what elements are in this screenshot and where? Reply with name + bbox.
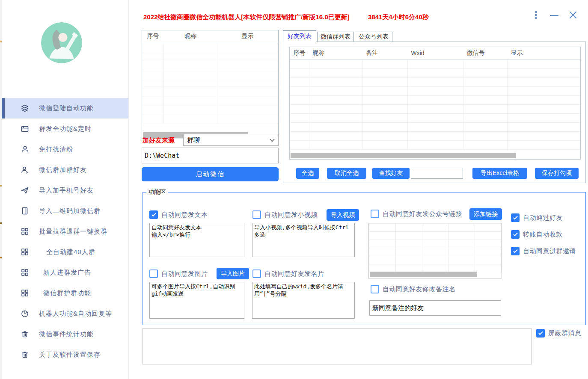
sidebar-item-wechat-login-auto[interactable]: 微信登陆自动功能: [2, 98, 128, 118]
function-area-legend: 功能区: [146, 188, 168, 196]
auto-text-checkbox[interactable]: [149, 210, 158, 219]
table-row[interactable]: [290, 59, 580, 68]
horizontal-scrollbar[interactable]: [370, 272, 501, 277]
window-menu-button[interactable]: [533, 11, 538, 19]
block-group-msg-checkbox[interactable]: [536, 329, 545, 338]
auto-text-label: 自动同意发文本: [161, 211, 208, 219]
sidebar-menu: 微信登陆自动功能 群发全功能&定时 免打扰清粉 微信群加群好友: [2, 98, 128, 365]
column-header: 微信号: [463, 47, 508, 59]
auto-card-textarea[interactable]: 此处填写自己的wxid,发多个名片请用“|”号分隔: [252, 282, 355, 319]
scrollbar-thumb[interactable]: [291, 153, 516, 158]
table-row[interactable]: [290, 104, 580, 113]
auto-pass-friend-row: 自动通过好友: [511, 213, 563, 222]
table-row[interactable]: [290, 68, 580, 77]
auto-image-checkbox[interactable]: [149, 269, 158, 278]
tab-wechat-group-list[interactable]: 微信群列表: [317, 32, 354, 42]
table-row[interactable]: [290, 140, 580, 149]
table-row[interactable]: [369, 224, 502, 232]
minimize-button[interactable]: [550, 14, 558, 17]
auto-remark-checkbox[interactable]: [371, 285, 379, 293]
add-friend-source-label: 加好友来源: [143, 136, 175, 145]
add-link-button[interactable]: 添加链接: [469, 208, 502, 220]
message-log-box: [143, 328, 532, 364]
auto-image-textarea[interactable]: 可多个图片导入按Ctrl,自动识别gif动画发送: [149, 282, 244, 319]
sidebar-item-label: 全自动建40人群: [46, 248, 95, 256]
wechat-path-input[interactable]: [142, 148, 279, 163]
auto-pass-friend-checkbox[interactable]: [511, 213, 520, 222]
paper-plane-icon: [21, 186, 29, 195]
folder-icon: [21, 124, 29, 133]
table-row[interactable]: [143, 115, 278, 124]
table-row[interactable]: [143, 106, 278, 115]
save-checked-button[interactable]: 保存打勾项: [535, 168, 579, 179]
start-wechat-button[interactable]: 启动微信: [142, 167, 279, 181]
auto-image-row: 自动同意发图片: [149, 269, 208, 278]
tab-official-account-list[interactable]: 公众号列表: [355, 32, 392, 42]
auto-remark-input[interactable]: [369, 300, 501, 316]
import-image-button[interactable]: 导入图片: [217, 268, 249, 279]
import-video-button[interactable]: 导入视频: [327, 209, 359, 221]
auto-link-checkbox[interactable]: [371, 210, 379, 218]
sidebar-item-event-stats[interactable]: 微信事件统计功能: [2, 324, 128, 344]
sidebar-item-label: 微信群护群功能: [43, 289, 91, 297]
sidebar-item-auto-build-40-group[interactable]: 全自动建40人群: [2, 242, 128, 262]
auto-card-checkbox[interactable]: [252, 269, 261, 278]
sidebar-item-clean-fans[interactable]: 免打扰清粉: [2, 139, 128, 160]
horizontal-scrollbar[interactable]: [291, 153, 579, 158]
app-window: 微信登陆自动功能 群发全功能&定时 免打扰清粉 微信群加群好友: [0, 0, 588, 379]
table-row[interactable]: [143, 61, 278, 70]
close-button[interactable]: [568, 10, 578, 20]
check-icon: [513, 215, 518, 219]
table-row[interactable]: [143, 43, 278, 52]
auto-video-textarea[interactable]: 导入小视频,多个视频导入时候按Ctrl多选: [252, 223, 355, 257]
find-friend-input[interactable]: [411, 168, 463, 179]
table-row[interactable]: [290, 131, 580, 140]
auto-video-checkbox[interactable]: [252, 210, 261, 219]
table-row[interactable]: [290, 113, 580, 122]
table-row[interactable]: [369, 248, 502, 256]
table-row[interactable]: [143, 88, 278, 97]
table-row[interactable]: [369, 256, 502, 264]
table-row[interactable]: [290, 86, 580, 95]
tab-friend-list[interactable]: 好友列表: [283, 30, 316, 42]
sidebar-item-label: 免打扰清粉: [39, 145, 73, 154]
sidebar-item-robot-auto-reply[interactable]: 机器人功能&自动回复等: [2, 303, 128, 324]
auto-accept-invite-row: 自动同意进群邀请: [511, 247, 576, 255]
table-row[interactable]: [143, 97, 278, 106]
check-icon: [513, 248, 518, 253]
scrollbar-thumb[interactable]: [370, 272, 477, 277]
sidebar-item-newcomer-ad[interactable]: 新人进群发广告: [2, 262, 128, 283]
table-row[interactable]: [290, 77, 580, 86]
auto-receive-money-checkbox[interactable]: [511, 230, 520, 239]
auto-accept-invite-checkbox[interactable]: [511, 247, 520, 255]
table-row[interactable]: [143, 52, 278, 61]
sidebar-item-group-guard[interactable]: 微信群护群功能: [2, 283, 128, 303]
deselect-all-button[interactable]: 取消全选: [327, 168, 366, 179]
sidebar-item-about-settings[interactable]: 关于及软件设置保存: [2, 344, 128, 365]
sidebar-item-group-add-friends[interactable]: 微信群加群好友: [2, 160, 128, 180]
table-row[interactable]: [143, 79, 278, 88]
table-row[interactable]: [369, 264, 502, 272]
function-area: 功能区 自动同意发文本 自动同意好友发文本 输入</br>换行 自动同意发小视频…: [143, 188, 586, 325]
auto-text-textarea[interactable]: 自动同意好友发文本 输入</br>换行: [149, 223, 244, 257]
table-row[interactable]: [369, 232, 502, 240]
select-all-button[interactable]: 全选: [296, 168, 319, 179]
table-row[interactable]: [290, 95, 580, 104]
add-friend-source-select[interactable]: 群聊: [183, 134, 279, 146]
sidebar-item-label: 导入二维码加微信群: [39, 207, 101, 215]
sidebar-item-import-phone-friends[interactable]: 导入加手机号好友: [2, 180, 128, 201]
column-header: 显示: [217, 30, 278, 43]
table-row[interactable]: [369, 240, 502, 248]
export-excel-button[interactable]: 导出Excel表格: [472, 168, 527, 179]
check-icon: [538, 330, 543, 335]
sidebar-item-batch-group-switch[interactable]: 批量拉群退群一键换群: [2, 221, 128, 242]
sidebar-item-label: 微信事件统计功能: [39, 330, 94, 338]
auto-card-label: 自动同意好友发名片: [264, 270, 324, 278]
sidebar-item-import-qrcode-groups[interactable]: 导入二维码加微信群: [2, 201, 128, 221]
check-icon: [151, 212, 156, 216]
sidebar-item-mass-send[interactable]: 群发全功能&定时: [2, 118, 128, 139]
block-group-msg-row: 屏蔽群消息: [536, 329, 582, 338]
find-friend-button[interactable]: 查找好友: [372, 168, 410, 179]
table-row[interactable]: [143, 70, 278, 79]
table-row[interactable]: [290, 122, 580, 131]
